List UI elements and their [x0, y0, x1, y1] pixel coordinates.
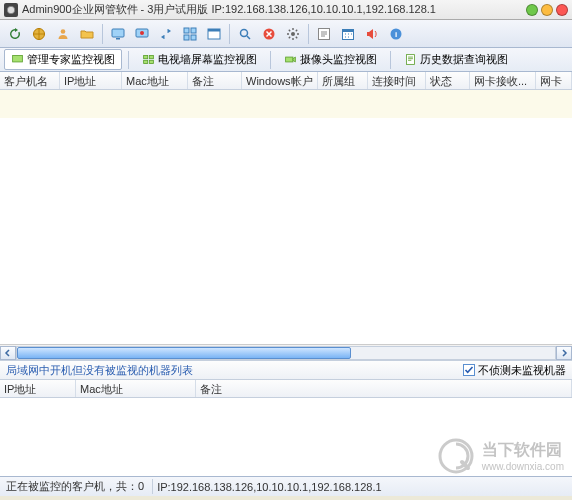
minimize-button[interactable] [526, 4, 538, 16]
svg-point-15 [291, 32, 295, 36]
col-group[interactable]: 所属组 [318, 72, 368, 89]
delete-button[interactable] [258, 23, 280, 45]
toolbar-separator [308, 24, 309, 44]
col-mac[interactable]: Mac地址 [122, 72, 188, 89]
horizontal-scrollbar[interactable] [0, 344, 572, 360]
tab-separator [390, 51, 391, 69]
col-b-note[interactable]: 备注 [196, 380, 572, 397]
refresh-button[interactable] [4, 23, 26, 45]
svg-rect-27 [406, 55, 414, 65]
app-icon [4, 3, 18, 17]
svg-text:i: i [395, 30, 397, 39]
scroll-left-button[interactable] [0, 346, 16, 360]
svg-rect-4 [116, 38, 120, 40]
svg-rect-26 [286, 57, 293, 62]
bottom-panel-title: 局域网中开机但没有被监视的机器列表 [6, 363, 193, 378]
svg-rect-23 [149, 55, 153, 58]
tab-history-query[interactable]: 历史数据查询视图 [397, 49, 515, 70]
window-title: Admin900企业网管软件 - 3用户试用版 IP:192.168.138.1… [22, 2, 526, 17]
col-client-name[interactable]: 客户机名 [0, 72, 60, 89]
record-button[interactable] [131, 23, 153, 45]
col-note[interactable]: 备注 [188, 72, 242, 89]
maximize-button[interactable] [541, 4, 553, 16]
svg-rect-3 [112, 29, 124, 37]
svg-point-6 [140, 31, 144, 35]
settings-button[interactable] [282, 23, 304, 45]
no-detect-checkbox[interactable]: 不侦测未监视机器 [463, 363, 566, 378]
statusbar: 正在被监控的客户机，共：0 IP:192.168.138.126,10.10.1… [0, 476, 572, 496]
svg-rect-21 [13, 55, 23, 62]
checkbox-icon [463, 364, 475, 376]
screens-icon [142, 53, 155, 66]
tab-label: 摄像头监控视图 [300, 52, 377, 67]
svg-rect-8 [191, 28, 196, 33]
history-icon [404, 53, 417, 66]
search-button[interactable] [234, 23, 256, 45]
col-b-ip[interactable]: IP地址 [0, 380, 76, 397]
svg-point-2 [61, 29, 66, 34]
grid-highlight-row [0, 90, 572, 118]
close-button[interactable] [556, 4, 568, 16]
svg-rect-10 [191, 35, 196, 40]
calendar-button[interactable] [337, 23, 359, 45]
checkbox-label: 不侦测未监视机器 [478, 363, 566, 378]
col-nic-recv[interactable]: 网卡接收... [470, 72, 536, 89]
status-text: 正在被监控的客户机，共：0 [6, 479, 153, 494]
client-grid[interactable] [0, 90, 572, 344]
window-button[interactable] [203, 23, 225, 45]
svg-rect-9 [184, 35, 189, 40]
svg-point-0 [7, 6, 15, 14]
scroll-thumb[interactable] [17, 347, 351, 359]
monitor-button[interactable] [107, 23, 129, 45]
toolbar-separator [102, 24, 103, 44]
top-column-header: 客户机名 IP地址 Mac地址 备注 Windows帐户 所属组 连接时间 状态… [0, 72, 572, 90]
tab-separator [128, 51, 129, 69]
tab-tvwall-monitor[interactable]: 电视墙屏幕监控视图 [135, 49, 264, 70]
bottom-panel-header: 局域网中开机但没有被监视的机器列表 不侦测未监视机器 [0, 360, 572, 380]
tabstrip: 管理专家监控视图 电视墙屏幕监控视图 摄像头监控视图 历史数据查询视图 [0, 48, 572, 72]
col-nic[interactable]: 网卡 [536, 72, 572, 89]
info-button[interactable]: i [385, 23, 407, 45]
titlebar: Admin900企业网管软件 - 3用户试用版 IP:192.168.138.1… [0, 0, 572, 20]
user-button[interactable] [52, 23, 74, 45]
scroll-right-button[interactable] [556, 346, 572, 360]
svg-rect-7 [184, 28, 189, 33]
toolbar-separator [229, 24, 230, 44]
bottom-column-header: IP地址 Mac地址 备注 [0, 380, 572, 398]
tab-expert-monitor[interactable]: 管理专家监控视图 [4, 49, 122, 70]
svg-point-13 [241, 29, 248, 36]
col-status[interactable]: 状态 [426, 72, 470, 89]
svg-rect-22 [144, 55, 148, 58]
camera-icon [284, 53, 297, 66]
col-b-mac[interactable]: Mac地址 [76, 380, 196, 397]
globe-button[interactable] [28, 23, 50, 45]
sync-button[interactable] [155, 23, 177, 45]
tab-label: 历史数据查询视图 [420, 52, 508, 67]
col-conn-time[interactable]: 连接时间 [368, 72, 426, 89]
broadcast-button[interactable] [361, 23, 383, 45]
svg-rect-12 [208, 29, 220, 32]
tab-camera-monitor[interactable]: 摄像头监控视图 [277, 49, 384, 70]
svg-rect-24 [144, 60, 148, 63]
tab-label: 管理专家监控视图 [27, 52, 115, 67]
grid-button[interactable] [179, 23, 201, 45]
tab-separator [270, 51, 271, 69]
text-button[interactable] [313, 23, 335, 45]
col-winuser[interactable]: Windows帐户 [242, 72, 318, 89]
svg-rect-18 [343, 29, 354, 32]
tab-label: 电视墙屏幕监控视图 [158, 52, 257, 67]
status-ips: IP:192.168.138.126,10.10.10.1,192.168.12… [157, 481, 381, 493]
folder-button[interactable] [76, 23, 98, 45]
unmonitored-grid[interactable] [0, 398, 572, 476]
svg-rect-25 [149, 60, 153, 63]
scroll-track[interactable] [16, 346, 556, 360]
col-ip[interactable]: IP地址 [60, 72, 122, 89]
monitor-icon [11, 53, 24, 66]
toolbar: i [0, 20, 572, 48]
